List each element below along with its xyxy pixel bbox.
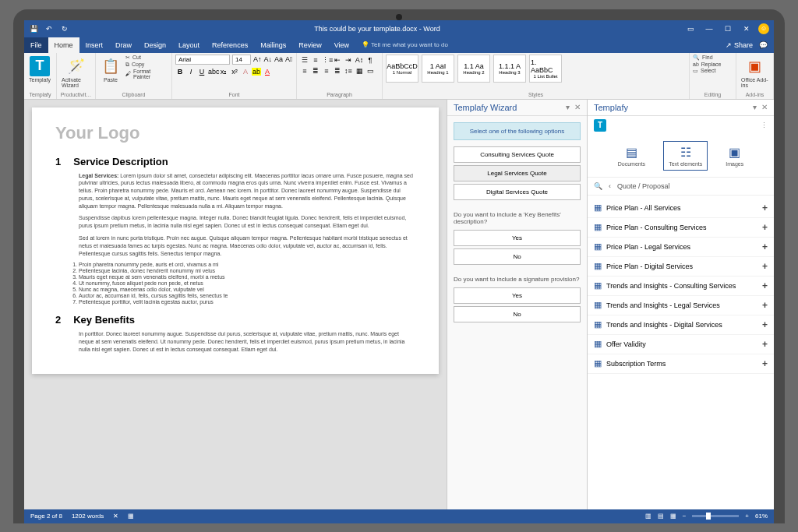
word-count[interactable]: 1202 words [72,513,104,520]
redo-icon[interactable]: ↻ [60,25,69,33]
tab-design[interactable]: Design [138,37,172,53]
templafy-item[interactable]: ▦Offer Validity+ [588,335,774,354]
align-left-icon[interactable]: ≡ [300,67,309,75]
view-images[interactable]: ▣Images [720,141,749,171]
wizard-yes-button[interactable]: Yes [454,287,581,304]
shrink-font-icon[interactable]: A↓ [264,55,273,63]
close-icon[interactable]: ✕ [574,103,581,111]
more-icon[interactable]: ⋮ [761,122,768,129]
style-item[interactable]: 1. AaBbC1 List Bullet [529,55,562,83]
templafy-item[interactable]: ▦Trends and Insights - Consulting Servic… [588,277,774,296]
web-layout-icon[interactable]: ▦ [670,513,676,520]
tab-file[interactable]: File [24,37,48,53]
highlight-icon[interactable]: ab [252,68,261,76]
save-icon[interactable]: 💾 [29,25,38,33]
add-icon[interactable]: + [762,222,768,233]
justify-icon[interactable]: ≣ [333,67,342,75]
templafy-item[interactable]: ▦Trends and Insights - Legal Services+ [588,296,774,315]
tab-draw[interactable]: Draw [109,37,138,53]
templafy-item[interactable]: ▦Subscription Terms+ [588,354,774,374]
add-icon[interactable]: + [762,280,768,291]
font-color-icon[interactable]: A [263,68,272,76]
zoom-slider[interactable] [692,515,739,517]
show-marks-icon[interactable]: ¶ [365,56,375,64]
back-icon[interactable]: ‹ [609,182,611,190]
copy-button[interactable]: ⧉ Copy [125,62,168,68]
view-documents[interactable]: ▤Documents [613,141,651,171]
add-icon[interactable]: + [762,203,768,213]
dropdown-icon[interactable]: ▾ [753,103,757,111]
wizard-option[interactable]: Digital Services Quote [454,184,581,200]
subscript-button[interactable]: x₂ [219,68,228,76]
multilevel-icon[interactable]: ⋮≡ [322,56,331,64]
tab-layout[interactable]: Layout [172,37,206,53]
sort-icon[interactable]: A↕ [355,56,364,64]
styles-gallery[interactable]: AaBbCcD1 Normal1 AaIHeading 11.1 AaHeadi… [386,55,686,92]
align-right-icon[interactable]: ≡ [322,67,331,75]
style-item[interactable]: 1 AaIHeading 1 [422,55,454,83]
style-item[interactable]: 1.1 AaHeading 2 [457,55,490,83]
tab-references[interactable]: References [206,37,254,53]
style-item[interactable]: 1.1.1 AHeading 3 [493,55,526,83]
tab-insert[interactable]: Insert [79,37,110,53]
maximize-icon[interactable]: ☐ [722,25,733,33]
format-painter-button[interactable]: 🖌 Format Painter [125,69,168,79]
superscript-button[interactable]: x² [230,68,239,76]
spell-check-icon[interactable]: ✕ [113,513,118,520]
increase-indent-icon[interactable]: ⇥ [344,56,353,64]
style-item[interactable]: AaBbCcD1 Normal [386,55,418,83]
font-size-select[interactable]: 14 [232,55,251,65]
align-center-icon[interactable]: ≣ [311,67,320,75]
accessibility-icon[interactable]: ▦ [128,513,134,520]
minimize-icon[interactable]: — [704,25,715,33]
wizard-option[interactable]: Legal Services Quote [454,165,581,181]
share-button[interactable]: ↗ Share [726,41,753,49]
close-icon[interactable]: ✕ [741,25,752,33]
line-spacing-icon[interactable]: ↕≡ [344,67,353,75]
read-mode-icon[interactable]: ▥ [645,513,651,520]
breadcrumb[interactable]: Quote / Proposal [617,182,670,190]
templafy-item[interactable]: ▦Price Plan - Digital Services+ [588,257,774,277]
print-layout-icon[interactable]: ▤ [658,513,664,520]
zoom-level[interactable]: 61% [755,513,768,520]
add-icon[interactable]: + [762,261,768,272]
templafy-item[interactable]: ▦Price Plan - All Services+ [588,199,774,218]
add-icon[interactable]: + [762,358,768,369]
grow-font-icon[interactable]: A↑ [253,55,262,63]
borders-icon[interactable]: ▭ [365,67,375,75]
add-icon[interactable]: + [762,339,768,350]
dropdown-icon[interactable]: ▾ [566,103,570,111]
templafy-button[interactable]: TTemplafy [27,55,52,84]
undo-icon[interactable]: ↶ [44,25,54,33]
feedback-icon[interactable]: ☺ [758,23,769,34]
ribbon-options-icon[interactable]: ▭ [685,25,696,33]
shading-icon[interactable]: ▦ [355,67,364,75]
underline-button[interactable]: U [197,68,207,76]
wizard-option[interactable]: Consulting Services Quote [454,146,581,163]
numbering-icon[interactable]: ≡ [311,56,320,64]
paste-button[interactable]: 📋Paste [99,55,122,84]
text-effects-icon[interactable]: A [241,68,250,76]
zoom-out-icon[interactable]: − [683,513,687,520]
strike-button[interactable]: abc [208,68,217,76]
wizard-no-button[interactable]: No [454,306,581,322]
wizard-yes-button[interactable]: Yes [454,230,581,246]
wizard-no-button[interactable]: No [454,248,581,265]
tell-me-search[interactable]: 💡 Tell me what you want to do [362,41,448,48]
templafy-item[interactable]: ▦Price Plan - Legal Services+ [588,238,774,257]
bold-button[interactable]: B [175,68,185,76]
activate-wizard-button[interactable]: 🪄Activate Wizard [60,55,92,90]
office-addins-button[interactable]: ▣Office Add-ins [740,55,770,90]
bullets-icon[interactable]: ☰ [300,56,309,64]
tab-view[interactable]: View [328,37,355,53]
decrease-indent-icon[interactable]: ⇤ [333,56,342,64]
page-indicator[interactable]: Page 2 of 8 [30,513,62,520]
cut-button[interactable]: ✂ Cut [125,55,168,61]
change-case-icon[interactable]: Aa [274,55,283,63]
close-icon[interactable]: ✕ [761,103,768,111]
replace-button[interactable]: ab Replace [693,62,721,67]
templafy-item[interactable]: ▦Trends and Insights - Digital Services+ [588,315,774,335]
zoom-in-icon[interactable]: + [745,513,749,520]
find-button[interactable]: 🔍 Find [693,55,721,61]
view-text-elements[interactable]: ☷Text elements [663,141,708,171]
